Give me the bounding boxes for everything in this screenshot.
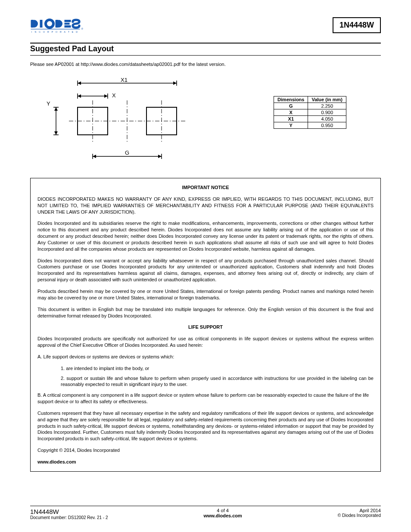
dim-table-head-dim: Dimensions bbox=[274, 96, 308, 103]
svg-marker-10 bbox=[78, 81, 81, 85]
footer-product: 1N4448W bbox=[30, 508, 108, 515]
svg-marker-34 bbox=[93, 155, 96, 158]
notice-para: This document is written in English but … bbox=[37, 306, 374, 319]
footer-docnum: Document number: DS12002 Rev. 21 - 2 bbox=[30, 515, 108, 520]
part-number: 1N4448W bbox=[339, 21, 374, 29]
footer-date: April 2014 bbox=[338, 508, 381, 513]
svg-text:G: G bbox=[125, 149, 129, 156]
section-title: Suggested Pad Layout bbox=[30, 44, 381, 53]
svg-marker-16 bbox=[78, 94, 81, 98]
life-list-a: A. Life support devices or systems are d… bbox=[37, 354, 374, 360]
notice-para: DIODES INCORPORATED MAKES NO WARRANTY OF… bbox=[37, 196, 374, 215]
svg-rect-3 bbox=[56, 20, 59, 28]
table-row: Y 0.950 bbox=[274, 122, 346, 129]
svg-rect-6 bbox=[65, 25, 71, 28]
intro-text: Please see AP02001 at http://www.diodes.… bbox=[30, 62, 381, 67]
notice-para: Diodes Incorporated does not warrant or … bbox=[37, 258, 374, 283]
svg-marker-17 bbox=[104, 94, 108, 98]
svg-point-2 bbox=[46, 20, 53, 28]
dim-table-head-val: Value (in mm) bbox=[308, 96, 346, 103]
life-list-b: B. A critical component is any component… bbox=[37, 392, 374, 405]
notice-para: Diodes Incorporated and its subsidiaries… bbox=[37, 220, 374, 252]
footer-left: 1N4448W Document number: DS12002 Rev. 21… bbox=[30, 508, 108, 520]
svg-text:®: ® bbox=[81, 28, 84, 30]
layout-row: X1 X Y bbox=[30, 75, 381, 165]
svg-text:Y: Y bbox=[47, 100, 50, 107]
svg-rect-7 bbox=[31, 29, 80, 29]
part-number-box: 1N4448W bbox=[333, 17, 381, 33]
dimension-table: Dimensions Value (in mm) G 2.250 X 0.900… bbox=[274, 96, 346, 129]
life-support-title: LIFE SUPPORT bbox=[37, 324, 374, 330]
datasheet-page: I N C O R P O R A T E D ® 1N4448W Sugges… bbox=[0, 0, 411, 532]
svg-marker-22 bbox=[54, 107, 58, 111]
copyright-line: Copyright © 2014, Diodes Incorporated bbox=[37, 447, 374, 454]
svg-rect-4 bbox=[65, 20, 71, 22]
svg-text:X: X bbox=[112, 92, 116, 99]
svg-rect-0 bbox=[31, 20, 34, 28]
life-sub-2: 2. support or sustain life and whose fai… bbox=[61, 375, 374, 388]
notice-para: Products described herein may be covered… bbox=[37, 288, 374, 301]
page-footer: 1N4448W Document number: DS12002 Rev. 21… bbox=[30, 506, 381, 520]
diodes-logo: I N C O R P O R A T E D ® bbox=[30, 17, 95, 38]
important-notice-box: IMPORTANT NOTICE DIODES INCORPORATED MAK… bbox=[30, 178, 381, 472]
table-row: G 2.250 bbox=[274, 103, 346, 109]
svg-text:X1: X1 bbox=[121, 77, 128, 83]
svg-marker-11 bbox=[173, 81, 177, 85]
footer-pagenum: 4 of 4 bbox=[203, 508, 242, 513]
footer-website: www.diodes.com bbox=[203, 513, 242, 518]
pad-layout-diagram: X1 X Y bbox=[30, 75, 185, 165]
svg-marker-23 bbox=[54, 131, 58, 135]
footer-right: April 2014 © Diodes Incorporated bbox=[338, 508, 381, 518]
table-row: X 0.900 bbox=[274, 109, 346, 116]
header-rule bbox=[30, 43, 381, 44]
section-rule bbox=[30, 55, 381, 56]
life-sub-1: 1. are intended to implant into the body… bbox=[61, 365, 374, 372]
footer-middle: 4 of 4 www.diodes.com bbox=[203, 508, 242, 518]
url-line: www.diodes.com bbox=[37, 459, 374, 465]
customers-para: Customers represent that they have all n… bbox=[37, 410, 374, 442]
footer-copy: © Diodes Incorporated bbox=[338, 513, 381, 518]
life-para: Diodes Incorporated products are specifi… bbox=[37, 336, 374, 348]
svg-marker-35 bbox=[158, 155, 162, 158]
svg-rect-5 bbox=[65, 23, 70, 25]
notice-title: IMPORTANT NOTICE bbox=[37, 184, 374, 191]
table-row: X1 4.050 bbox=[274, 116, 346, 122]
life-sublist: 1. are intended to implant into the body… bbox=[61, 365, 374, 388]
logo-subtext: I N C O R P O R A T E D bbox=[31, 31, 78, 33]
page-header: I N C O R P O R A T E D ® 1N4448W bbox=[30, 17, 381, 38]
svg-rect-1 bbox=[40, 20, 43, 28]
